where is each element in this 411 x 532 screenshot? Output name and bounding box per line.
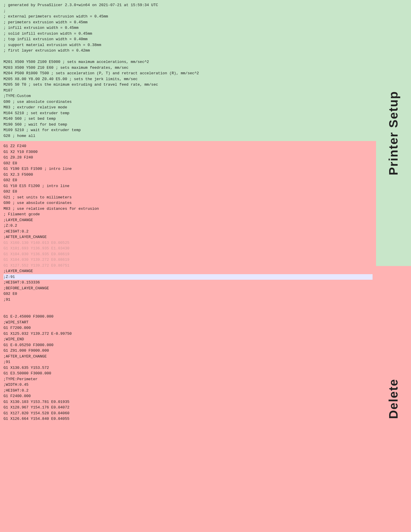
code-line: G1 E3.50000 F3000.000	[3, 371, 373, 376]
code-line: G1 X126.664 Y154.840 E0.04055	[3, 416, 373, 422]
printer-setup-section: ; generated by PrusaSlicer 2.3.0+win64 o…	[0, 0, 376, 141]
delete-label: Delete	[376, 373, 411, 425]
code-line: ; infill extrusion width = 0.45mm	[3, 25, 373, 31]
code-line: ;LAYER_CHANGE	[3, 217, 373, 223]
code-line: ;WIPE_START	[3, 320, 373, 325]
code-line: G92 E0	[3, 189, 373, 195]
code-line: G1 X2 Y10 F3000	[3, 149, 373, 155]
code-line: G1 Y10 E15 F1200 ; intro line	[3, 183, 373, 189]
code-line: ; external perimeters extrusion width = …	[3, 14, 373, 20]
code-line: G1 X2.3 F5000	[3, 172, 373, 178]
code-line: M104 S210 ; set extruder temp	[3, 110, 373, 116]
code-line: M83 ; extruder relative mode	[3, 105, 373, 110]
code-line: ;AFTER_LAYER_CHANGE	[3, 354, 373, 360]
code-line: G1 X128.967 Y154.176 E0.04072	[3, 405, 373, 411]
code-line: ;HEIGHT:0.2	[3, 388, 373, 394]
code-line: G1 X127.552 Y139.272 E0.86751	[3, 263, 373, 269]
code-line: ; perimeters extrusion width = 0.45mm	[3, 20, 373, 25]
delete-label-container: Delete	[376, 266, 411, 532]
printer-setup-label: Printer Setup	[376, 85, 411, 181]
code-line: M109 S210 ; wait for extruder temp	[3, 127, 373, 133]
code-line: G1 X127.820 Y154.528 E0.04060	[3, 411, 373, 416]
code-line: G1 X160.130 Y140.013 E0.00525	[3, 240, 373, 246]
code-line: ;BEFORE_LAYER_CHANGE	[3, 286, 373, 291]
code-line: G1 Y190 E15 F1500 ; intro line	[3, 166, 373, 172]
code-line: ;	[3, 8, 373, 14]
code-line: ;TYPE:Perimeter	[3, 376, 373, 382]
code-line: G1 F7200.000	[3, 325, 373, 331]
code-line: M205 X8.00 Y8.00 Z0.40 E5.00 ; sets the …	[3, 76, 373, 82]
code-line: G1 X104.030 Y136.935 E0.08619	[3, 251, 373, 257]
code-line: G1 F2400.000	[3, 393, 373, 399]
sidebar: Printer Setup Delete	[376, 0, 411, 532]
code-line: G1 Z91.000 F9000.000	[3, 348, 373, 354]
code-line: ; support material extrusion width = 0.3…	[3, 42, 373, 48]
code-line: ;Z:0.2	[3, 223, 373, 229]
code-line: ;91	[3, 359, 373, 365]
code-line	[3, 308, 373, 314]
code-line: ;WIPE_END	[3, 337, 373, 342]
code-line	[3, 302, 373, 308]
code-line: ;91	[3, 297, 373, 303]
code-line: M190 S60 ; wait for bed temp	[3, 122, 373, 128]
code-line: G1 E-0.05250 F3000.000	[3, 342, 373, 348]
code-line: G28 ; home all	[3, 133, 373, 139]
code-line: G1 X130.635 Y153.572	[3, 365, 373, 371]
code-line: G1 Z0.28 F240	[3, 155, 373, 161]
code-line: ; solid infill extrusion width = 0.45mm	[3, 31, 373, 37]
code-line: G90 ; use absolute coordinates	[3, 99, 373, 105]
code-line: M205 S0 T0 ; sets the minimum extruding …	[3, 82, 373, 88]
code-line: M203 X500 Y500 Z10 E60 ; sets maximum fe…	[3, 65, 373, 71]
code-line: ;Z:91	[3, 274, 373, 280]
printer-setup-label-container: Printer Setup	[376, 0, 411, 266]
code-line: ;HEIGHT:0.2	[3, 229, 373, 235]
code-line: G92 E0	[3, 291, 373, 297]
code-line: G92 E0	[3, 177, 373, 183]
code-line: ;HEIGHT:0.153336	[3, 280, 373, 286]
code-line: ;AFTER_LAYER_CHANGE	[3, 234, 373, 240]
code-line: G1 E-2.45000 F3000.000	[3, 314, 373, 320]
code-line: ;WIDTH:0.45	[3, 382, 373, 388]
code-line: ; top infill extrusion width = 0.40mm	[3, 36, 373, 42]
code-line: M201 X500 Y500 Z100 E5000 ; sets maximum…	[3, 59, 373, 65]
code-line: ; generated by PrusaSlicer 2.3.0+win64 o…	[3, 2, 373, 8]
code-line: G1 X125.032 Y139.272 E-0.99750	[3, 331, 373, 337]
code-line: G1 Z2 F240	[3, 143, 373, 149]
code-line: G90 ; use absolute coordinates	[3, 200, 373, 206]
code-line: G1 X104.030 Y139.272 E0.08619	[3, 257, 373, 263]
code-line: G1 X130.103 Y153.781 E0.01935	[3, 399, 373, 405]
delete-section: G1 Z2 F240G1 X2 Y10 F3000G1 Z0.28 F240G9…	[0, 141, 376, 532]
code-line: G92 E0	[3, 161, 373, 166]
code-line: M107	[3, 88, 373, 94]
code-line: G1 X101.693 Y136.935 E1.03430	[3, 246, 373, 251]
main-content: ; generated by PrusaSlicer 2.3.0+win64 o…	[0, 0, 376, 532]
code-line: ; first layer extrusion width = 0.42mm	[3, 48, 373, 54]
code-line: ;LAYER_CHANGE	[3, 268, 373, 274]
code-line	[3, 54, 373, 59]
code-line: ;TYPE:Custom	[3, 93, 373, 99]
code-line: G21 ; set units to millimeters	[3, 195, 373, 200]
code-line: M83 ; use relative distances for extrusi…	[3, 206, 373, 212]
code-line: M204 P500 R1000 T500 ; sets acceleration…	[3, 71, 373, 76]
code-line: ; Filament gcode	[3, 212, 373, 217]
code-line: M140 S60 ; set bed temp	[3, 116, 373, 122]
